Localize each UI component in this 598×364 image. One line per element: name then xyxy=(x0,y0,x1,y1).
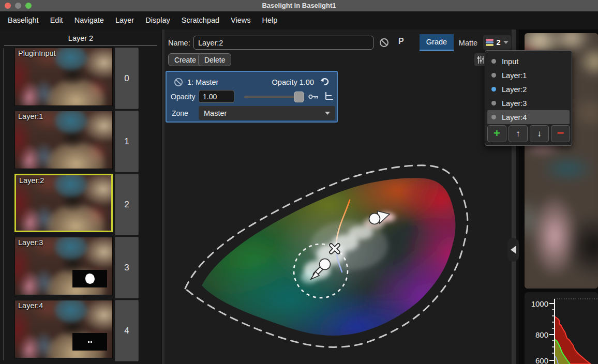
zone-select[interactable]: Master xyxy=(199,106,335,120)
layers-stack-icon xyxy=(486,39,494,46)
layer-menu-item-input[interactable]: Input xyxy=(487,54,570,68)
add-layer-button[interactable]: + xyxy=(487,125,506,142)
window-titlebar: Baselight in Baselight1 xyxy=(0,0,598,11)
create-button[interactable]: Create xyxy=(168,53,202,66)
layer-menu-item-label: Layer:1 xyxy=(502,71,527,80)
layer-index-button[interactable]: 0 xyxy=(115,48,139,109)
menu-display[interactable]: Display xyxy=(140,11,176,29)
layer-thumbnail-label: Layer:3 xyxy=(18,238,43,247)
layer-thumbnail-label: Layer:4 xyxy=(18,301,43,310)
opacity-readout: Opacity 1.00 xyxy=(272,78,314,86)
bypass-icon[interactable] xyxy=(379,38,389,50)
layer-state-dot-active xyxy=(491,87,496,92)
sidebar-title: Layer 2 xyxy=(0,34,161,42)
layer-thumbnail[interactable]: Layer:1 xyxy=(14,111,113,169)
key-icon[interactable] xyxy=(308,93,320,102)
layer-stack-sidebar: Layer 2 PluginInput 0 Layer:1 1 Layer:2 … xyxy=(0,29,161,364)
layer-thumbnail-label: Layer:2 xyxy=(19,176,44,185)
layer-dropdown-menu: Input Layer:1 Layer:2 Layer:3 Layer:4 + … xyxy=(485,50,572,146)
move-layer-down-button[interactable]: ↓ xyxy=(530,125,549,142)
matte-preview xyxy=(72,333,107,351)
strip-graph-icon[interactable] xyxy=(325,92,334,102)
opacity-label: Opacity xyxy=(171,93,195,101)
layer-selector-dropdown[interactable]: 2 xyxy=(483,35,511,50)
histogram-plot xyxy=(549,292,598,364)
matte-shape xyxy=(85,274,95,284)
layer-thumbnail[interactable]: Layer:3 xyxy=(14,237,113,295)
layer-name-input[interactable] xyxy=(193,36,373,50)
sidebar-separator xyxy=(4,46,157,46)
layer-index-button[interactable]: 2 xyxy=(115,174,139,235)
panel-collapse-handle[interactable] xyxy=(507,238,519,262)
opacity-slider[interactable] xyxy=(244,96,304,98)
name-label: Name: xyxy=(168,39,190,47)
layer-menu-item-label: Layer:4 xyxy=(502,113,527,122)
layer-state-dot xyxy=(491,101,496,105)
layer-row-layer3: Layer:3 3 xyxy=(0,237,161,299)
menu-scratchpad[interactable]: Scratchpad xyxy=(176,11,225,29)
bypass-icon[interactable] xyxy=(174,78,183,89)
chevron-left-icon xyxy=(511,246,516,254)
delete-button[interactable]: Delete xyxy=(198,53,231,66)
arrow-down-icon: ↓ xyxy=(537,129,542,139)
menu-views[interactable]: Views xyxy=(225,11,256,29)
matte-preview xyxy=(72,270,107,287)
matte-shape xyxy=(88,341,92,343)
layer-row-plugininput: PluginInput 0 xyxy=(0,48,161,110)
layer-menu-item-label: Input xyxy=(502,57,518,66)
layer-index-button[interactable]: 1 xyxy=(115,111,139,172)
zone-label: Zone xyxy=(172,109,188,117)
layer-menu-item-label: Layer:3 xyxy=(502,99,527,108)
window-title: Baselight in Baselight1 xyxy=(0,0,598,11)
remove-layer-button[interactable]: − xyxy=(551,125,570,142)
layer-thumbnail[interactable]: Layer:4 xyxy=(14,300,113,358)
menu-edit[interactable]: Edit xyxy=(44,11,69,29)
menu-help[interactable]: Help xyxy=(257,11,283,29)
protect-button[interactable]: P xyxy=(398,37,404,46)
chevron-down-icon xyxy=(503,41,509,44)
minus-icon: − xyxy=(557,127,564,139)
layer-state-dot xyxy=(491,73,496,78)
menu-baselight[interactable]: Baselight xyxy=(2,11,44,29)
pivot-x-marker[interactable] xyxy=(331,245,338,252)
layer-thumbnail-label: PluginInput xyxy=(18,49,56,57)
layer-menu-item-label: Layer:2 xyxy=(502,85,527,94)
chevron-down-icon xyxy=(325,112,330,115)
layer-state-dot xyxy=(491,59,496,64)
menu-navigate[interactable]: Navigate xyxy=(69,11,110,29)
menu-layer[interactable]: Layer xyxy=(110,11,140,29)
hist-tick-label-1000: 1000 xyxy=(525,299,548,308)
arrow-up-icon: ↑ xyxy=(516,129,520,139)
histogram-panel: 1000 800 600 xyxy=(525,292,598,364)
strip-title: 1: Master xyxy=(187,78,218,86)
layer-row-layer4: Layer:4 4 xyxy=(0,300,161,362)
layer-menu-item-layer3[interactable]: Layer:3 xyxy=(487,96,570,110)
layer-row-layer2-selected: Layer:2 2 xyxy=(0,174,161,236)
layer-menu-actions: + ↑ ↓ − xyxy=(487,125,570,142)
layer-state-dot xyxy=(491,115,496,119)
hist-tick-label-800: 800 xyxy=(525,330,548,339)
tab-grade[interactable]: Grade xyxy=(420,34,454,51)
layer-index-button[interactable]: 3 xyxy=(115,237,139,298)
plus-icon: + xyxy=(494,128,500,139)
menu-bar: Baselight Edit Navigate Layer Display Sc… xyxy=(0,11,598,29)
layer-thumbnail[interactable]: PluginInput xyxy=(14,48,113,106)
hist-tick-label-600: 600 xyxy=(525,356,548,364)
layer-menu-item-layer2[interactable]: Layer:2 xyxy=(487,82,570,96)
master-layer-strip-panel[interactable]: 1: Master Opacity 1.00 Opacity xyxy=(166,71,338,123)
chromaticity-diagram[interactable] xyxy=(163,145,520,364)
layer-selector-value: 2 xyxy=(496,38,500,47)
opacity-slider-handle[interactable] xyxy=(294,92,304,102)
opacity-input[interactable] xyxy=(199,90,234,103)
layer-index-button[interactable]: 4 xyxy=(115,300,139,361)
zone-select-value: Master xyxy=(204,109,227,117)
undo-icon[interactable] xyxy=(320,77,330,88)
layer-menu-item-layer1[interactable]: Layer:1 xyxy=(487,68,570,82)
move-layer-up-button[interactable]: ↑ xyxy=(509,125,528,142)
layer-menu-item-layer4[interactable]: Layer:4 xyxy=(487,110,570,124)
layer-thumbnail-label: Layer:1 xyxy=(18,112,43,120)
layer-thumbnail-selected[interactable]: Layer:2 xyxy=(14,174,113,232)
layer-row-layer1: Layer:1 1 xyxy=(0,111,161,173)
tab-matte[interactable]: Matte xyxy=(456,34,481,51)
